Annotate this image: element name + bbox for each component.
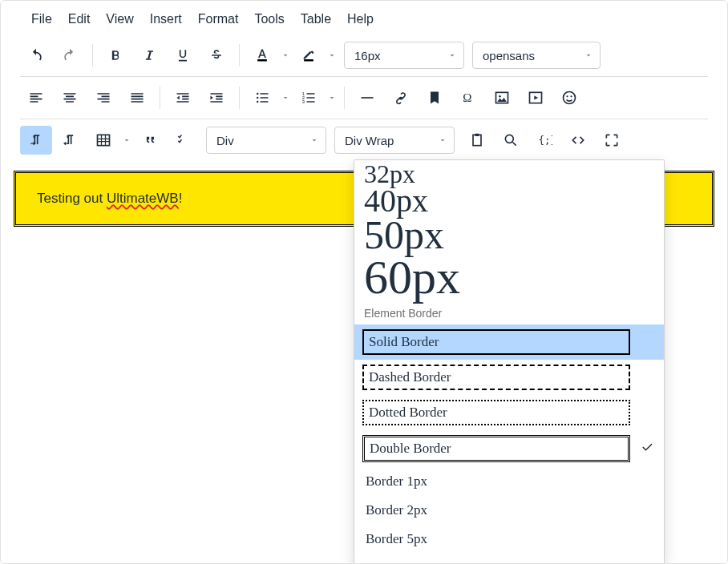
content-prefix: Testing out bbox=[37, 191, 107, 206]
blockquote-button[interactable] bbox=[134, 126, 166, 155]
align-right-button[interactable] bbox=[87, 83, 119, 112]
editor-app: File Edit View Insert Format Tools Table… bbox=[0, 0, 728, 564]
divwrap-select[interactable]: Div Wrap bbox=[334, 127, 455, 154]
underline-button[interactable] bbox=[167, 41, 199, 70]
find-button[interactable] bbox=[495, 126, 527, 155]
redo-button[interactable] bbox=[54, 41, 86, 70]
border-option-dotted[interactable]: Dotted Border bbox=[354, 395, 664, 430]
svg-point-2 bbox=[257, 93, 259, 95]
separator bbox=[160, 87, 160, 109]
align-left-button[interactable] bbox=[20, 83, 52, 112]
content-wavy: UltimateWB bbox=[107, 191, 179, 206]
indent-button[interactable] bbox=[200, 83, 233, 112]
table-button[interactable] bbox=[87, 126, 119, 155]
text-color-button[interactable] bbox=[246, 41, 278, 70]
undo-button[interactable] bbox=[20, 41, 52, 70]
font-family-value: opensans bbox=[483, 49, 535, 62]
source-code-button[interactable] bbox=[562, 126, 594, 155]
outdent-button[interactable] bbox=[167, 83, 199, 112]
strikethrough-button[interactable] bbox=[200, 41, 233, 70]
svg-point-14 bbox=[566, 95, 568, 97]
bold-button[interactable] bbox=[99, 41, 131, 70]
ltr-button[interactable] bbox=[20, 126, 52, 155]
border-option-solid[interactable]: Solid Border bbox=[354, 324, 664, 360]
menu-tools[interactable]: Tools bbox=[253, 9, 285, 30]
format-select-value: Div bbox=[216, 134, 234, 147]
border-option-double[interactable]: Double Border bbox=[354, 430, 664, 467]
checklist-button[interactable] bbox=[168, 126, 200, 155]
dropdown-scroll[interactable]: 32px 40px 50px 60px Element Border Solid… bbox=[354, 160, 664, 564]
toolbar-row-3: Div Div Wrap {;} bbox=[1, 123, 727, 158]
number-list-button[interactable]: 123 bbox=[293, 83, 325, 112]
menu-format[interactable]: Format bbox=[196, 9, 241, 30]
svg-point-13 bbox=[564, 92, 576, 104]
dropdown-section-label: Element Border bbox=[354, 300, 664, 324]
table-caret[interactable] bbox=[121, 126, 132, 155]
border-width-5px[interactable]: Border 5px bbox=[354, 525, 664, 554]
svg-rect-0 bbox=[257, 59, 267, 62]
border-width-2px[interactable]: Border 2px bbox=[354, 496, 664, 525]
border-sample-dashed: Dashed Border bbox=[362, 365, 630, 390]
svg-rect-17 bbox=[473, 135, 481, 145]
menu-edit[interactable]: Edit bbox=[67, 9, 92, 30]
align-justify-button[interactable] bbox=[121, 83, 153, 112]
check-icon bbox=[640, 440, 654, 454]
separator bbox=[344, 87, 345, 109]
svg-point-19 bbox=[505, 135, 513, 143]
svg-point-3 bbox=[257, 97, 259, 99]
border-width-1px[interactable]: Border 1px bbox=[354, 467, 664, 496]
image-button[interactable] bbox=[486, 83, 518, 112]
menu-view[interactable]: View bbox=[104, 9, 135, 30]
separator bbox=[239, 44, 240, 66]
text-color-caret[interactable] bbox=[280, 41, 291, 70]
link-button[interactable] bbox=[385, 83, 417, 112]
code-sample-button[interactable]: {;} bbox=[528, 126, 560, 155]
highlight-color-button[interactable] bbox=[293, 41, 325, 70]
size-option-60[interactable]: 60px bbox=[364, 255, 654, 300]
svg-text:3: 3 bbox=[302, 99, 305, 104]
menu-file[interactable]: File bbox=[30, 9, 54, 30]
border-sample-dotted: Dotted Border bbox=[362, 400, 630, 425]
svg-text:{;}: {;} bbox=[539, 134, 553, 146]
font-size-value: 16px bbox=[354, 49, 381, 62]
paste-button[interactable] bbox=[461, 126, 493, 155]
special-char-button[interactable]: Ω bbox=[452, 83, 484, 112]
svg-rect-16 bbox=[98, 135, 110, 145]
fullscreen-button[interactable] bbox=[596, 126, 628, 155]
highlight-color-caret[interactable] bbox=[326, 41, 338, 70]
separator bbox=[92, 44, 93, 66]
menu-help[interactable]: Help bbox=[346, 9, 375, 30]
menu-table[interactable]: Table bbox=[299, 9, 333, 30]
bookmark-button[interactable] bbox=[419, 83, 451, 112]
font-size-select[interactable]: 16px bbox=[344, 42, 464, 69]
menubar: File Edit View Insert Format Tools Table… bbox=[1, 1, 727, 38]
checkmark-slot bbox=[638, 440, 656, 457]
separator bbox=[239, 87, 240, 109]
svg-rect-1 bbox=[304, 59, 313, 62]
rtl-button[interactable] bbox=[54, 126, 86, 155]
border-sample-double: Double Border bbox=[362, 435, 630, 462]
svg-point-4 bbox=[257, 101, 259, 103]
bullet-list-button[interactable] bbox=[246, 83, 278, 112]
svg-point-15 bbox=[570, 95, 572, 97]
format-select[interactable]: Div bbox=[206, 127, 326, 154]
bullet-list-caret[interactable] bbox=[280, 83, 291, 112]
svg-point-11 bbox=[499, 95, 501, 98]
horizontal-rule-button[interactable] bbox=[351, 83, 383, 112]
align-center-button[interactable] bbox=[54, 83, 86, 112]
media-button[interactable] bbox=[520, 83, 552, 112]
svg-rect-18 bbox=[475, 134, 479, 136]
menu-insert[interactable]: Insert bbox=[148, 9, 184, 30]
toolbar-divider bbox=[20, 119, 708, 119]
font-family-select[interactable]: opensans bbox=[472, 42, 601, 69]
emoji-button[interactable] bbox=[553, 83, 585, 112]
italic-button[interactable] bbox=[133, 41, 165, 70]
size-option-50[interactable]: 50px bbox=[364, 216, 654, 255]
number-list-caret[interactable] bbox=[326, 83, 338, 112]
svg-rect-8 bbox=[362, 97, 374, 99]
divwrap-dropdown-panel: 32px 40px 50px 60px Element Border Solid… bbox=[354, 159, 665, 564]
border-option-dashed[interactable]: Dashed Border bbox=[354, 360, 664, 395]
content-suffix: ! bbox=[179, 191, 183, 206]
toolbar-row-2: 123 Ω bbox=[1, 80, 727, 115]
size-options: 32px 40px 50px 60px bbox=[354, 160, 664, 300]
